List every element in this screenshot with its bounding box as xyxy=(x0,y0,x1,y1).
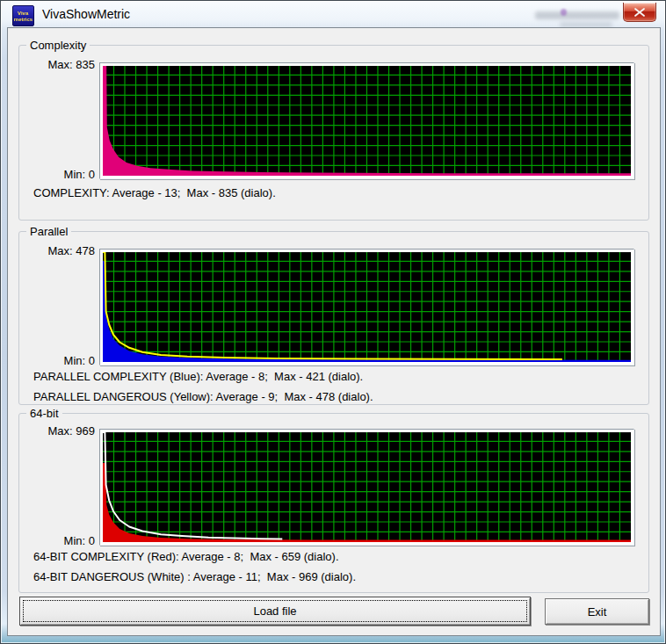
64bit-caption-red: 64-BIT COMPLEXITY (Red): Average - 8; Ma… xyxy=(33,550,640,564)
group-64bit-label: 64-bit xyxy=(26,407,62,420)
app-window: Viva metrics VivaShowMetric Complexity M… xyxy=(0,0,666,644)
group-parallel-label: Parallel xyxy=(26,225,71,238)
64bit-min-label: Min: 0 xyxy=(64,534,98,547)
parallel-captions: PARALLEL COMPLEXITY (Blue): Average - 8;… xyxy=(33,370,640,410)
close-icon xyxy=(634,8,645,17)
complexity-chart xyxy=(99,62,634,179)
64bit-chart xyxy=(99,429,634,546)
complexity-axis-labels: Max: 835 Min: 0 xyxy=(23,58,98,181)
glass-reflection xyxy=(535,11,619,19)
64bit-chart-canvas xyxy=(103,432,631,542)
complexity-caption: COMPLEXITY: Average - 13; Max - 835 (dia… xyxy=(33,186,640,200)
64bit-axis-labels: Max: 969 Min: 0 xyxy=(23,424,98,547)
load-file-button-label: Load file xyxy=(253,604,296,618)
group-complexity: Complexity Max: 835 Min: 0 COMPLEXITY: A… xyxy=(18,45,649,221)
64bit-captions: 64-BIT COMPLEXITY (Red): Average - 8; Ma… xyxy=(33,550,640,590)
complexity-chart-canvas xyxy=(103,66,631,176)
parallel-chart-canvas xyxy=(103,252,631,362)
group-parallel: Parallel Max: 478 Min: 0 PARALLEL COMPLE… xyxy=(18,231,649,405)
complexity-max-label: Max: 835 xyxy=(48,58,98,71)
dialog-client-area: Complexity Max: 835 Min: 0 COMPLEXITY: A… xyxy=(7,27,661,636)
window-title: VivaShowMetric xyxy=(42,7,130,21)
exit-button-label: Exit xyxy=(588,605,607,619)
group-complexity-label: Complexity xyxy=(26,39,90,52)
parallel-caption-yellow: PARALLEL DANGEROUS (Yellow): Average - 9… xyxy=(33,390,640,404)
exit-button[interactable]: Exit xyxy=(545,598,649,625)
parallel-axis-labels: Max: 478 Min: 0 xyxy=(23,244,98,367)
title-bar[interactable]: Viva metrics VivaShowMetric xyxy=(1,1,665,27)
64bit-max-label: Max: 969 xyxy=(48,424,98,438)
group-64bit: 64-bit Max: 969 Min: 0 64-BIT COMPLEXITY… xyxy=(18,413,649,593)
parallel-min-label: Min: 0 xyxy=(64,354,98,367)
glass-reflection xyxy=(561,9,567,16)
load-file-button[interactable]: Load file xyxy=(19,597,531,626)
app-icon: Viva metrics xyxy=(12,5,34,26)
complexity-min-label: Min: 0 xyxy=(64,168,98,181)
app-icon-text-line2: metrics xyxy=(14,17,33,22)
parallel-caption-blue: PARALLEL COMPLEXITY (Blue): Average - 8;… xyxy=(33,370,640,384)
close-button[interactable] xyxy=(623,3,656,22)
app-icon-text-line1: Viva xyxy=(18,11,28,16)
parallel-max-label: Max: 478 xyxy=(48,244,98,257)
parallel-chart xyxy=(99,249,634,365)
complexity-captions: COMPLEXITY: Average - 13; Max - 835 (dia… xyxy=(33,186,640,206)
64bit-caption-white: 64-BIT DANGEROUS (White) : Average - 11;… xyxy=(33,570,640,584)
